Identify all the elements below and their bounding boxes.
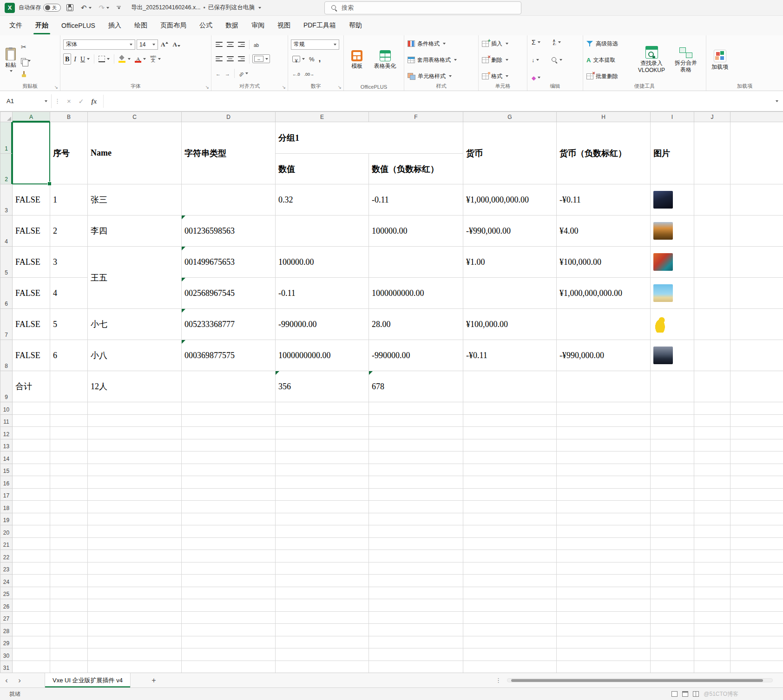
img-night-mountain[interactable]	[653, 191, 673, 209]
cell[interactable]	[651, 278, 694, 309]
cell[interactable]	[13, 599, 50, 612]
cell[interactable]	[730, 122, 783, 184]
cell[interactable]	[88, 624, 182, 636]
cell[interactable]	[50, 550, 88, 563]
cell[interactable]	[694, 562, 730, 575]
cell[interactable]	[276, 439, 369, 451]
clipboard-dialog-launcher[interactable]: ↘	[54, 85, 58, 90]
italic-button[interactable]	[72, 54, 78, 64]
cell[interactable]: 5	[50, 309, 88, 340]
cell[interactable]	[557, 525, 651, 538]
column-header-I[interactable]: I	[651, 112, 694, 122]
format-as-table-button[interactable]: 套用表格格式	[406, 53, 476, 66]
cell[interactable]: 000369877575	[182, 340, 276, 371]
cell[interactable]: 0.32	[276, 184, 369, 216]
cell[interactable]	[651, 648, 694, 661]
row-header-28[interactable]: 28	[0, 624, 13, 636]
cell[interactable]	[463, 451, 557, 464]
scrollbar-thumb[interactable]	[511, 679, 763, 682]
cell[interactable]: 2	[50, 216, 88, 247]
cell[interactable]	[694, 476, 730, 489]
row-header-8[interactable]: 8	[0, 340, 13, 371]
cell[interactable]: 678	[369, 371, 463, 402]
phonetic-guide-button[interactable]	[149, 54, 162, 64]
customize-quick-access-button[interactable]	[115, 5, 123, 11]
number-dialog-launcher[interactable]: ↘	[338, 85, 342, 90]
cell[interactable]: 100000.00	[369, 216, 463, 247]
tab-splitter-handle[interactable]: ⋮	[495, 673, 501, 687]
cell[interactable]	[276, 648, 369, 661]
column-header-B[interactable]: B	[50, 112, 88, 122]
cell[interactable]	[13, 575, 50, 587]
img-sea-dusk[interactable]	[653, 347, 673, 364]
cell[interactable]	[694, 371, 730, 402]
cell[interactable]	[88, 599, 182, 612]
cell[interactable]	[651, 371, 694, 402]
cell[interactable]: FALSE	[13, 340, 50, 371]
cell[interactable]	[651, 247, 694, 278]
cancel-button[interactable]: ×	[63, 97, 75, 105]
align-left-button[interactable]	[214, 55, 224, 62]
cell[interactable]	[651, 611, 694, 624]
search-box[interactable]: 搜索	[324, 1, 521, 14]
cell[interactable]	[13, 451, 50, 464]
cell[interactable]	[50, 624, 88, 636]
cell[interactable]: 1	[50, 184, 88, 216]
cell[interactable]: 1000000000.00	[276, 340, 369, 371]
cell[interactable]	[369, 414, 463, 427]
orientation-button[interactable]	[237, 68, 250, 79]
bold-button[interactable]	[63, 53, 71, 65]
row-header-20[interactable]: 20	[0, 525, 13, 538]
cell[interactable]: 356	[276, 371, 369, 402]
cell[interactable]	[369, 636, 463, 648]
cell[interactable]	[694, 501, 730, 513]
cell[interactable]	[276, 525, 369, 538]
find-select-button[interactable]	[550, 56, 564, 64]
cell[interactable]	[463, 278, 557, 309]
font-color-button[interactable]	[133, 54, 147, 64]
paste-button[interactable]: 粘贴	[2, 37, 20, 83]
column-header-C[interactable]: C	[88, 112, 182, 122]
delete-cells-button[interactable]: 删除	[480, 53, 525, 66]
row-header-23[interactable]: 23	[0, 562, 13, 575]
alignment-dialog-launcher[interactable]: ↘	[282, 85, 286, 90]
cell[interactable]	[276, 587, 369, 599]
cell[interactable]	[463, 550, 557, 563]
cell[interactable]	[730, 575, 783, 587]
tab-file[interactable]: 文件	[3, 16, 29, 35]
cell[interactable]	[88, 537, 182, 550]
cell[interactable]	[694, 122, 730, 184]
cell[interactable]	[13, 525, 50, 538]
cell[interactable]	[463, 513, 557, 525]
cell[interactable]	[730, 525, 783, 538]
row-header-2[interactable]: 2	[0, 154, 13, 184]
cut-button[interactable]	[20, 42, 32, 52]
cell[interactable]	[369, 537, 463, 550]
cell[interactable]	[651, 464, 694, 476]
cell[interactable]	[182, 537, 276, 550]
tab-draw[interactable]: 绘图	[128, 16, 154, 35]
align-center-button[interactable]	[225, 55, 235, 62]
cell[interactable]	[276, 513, 369, 525]
insert-function-button[interactable]	[88, 97, 101, 105]
cell[interactable]	[88, 550, 182, 563]
cell[interactable]	[88, 513, 182, 525]
cell[interactable]	[13, 648, 50, 661]
decrease-font-size-button[interactable]	[171, 40, 181, 49]
header-cell-numeric[interactable]: 数值	[276, 154, 369, 184]
font-family-select[interactable]: 宋体	[63, 39, 135, 50]
save-button[interactable]	[65, 3, 75, 12]
cell[interactable]	[88, 439, 182, 451]
cell[interactable]	[88, 661, 182, 673]
vlookup-button[interactable]: 查找录入 VLOOKUP	[634, 37, 669, 83]
cell[interactable]	[730, 550, 783, 563]
cell[interactable]	[651, 439, 694, 451]
cell[interactable]: ¥1.00	[463, 247, 557, 278]
row-header-12[interactable]: 12	[0, 427, 13, 439]
cell[interactable]	[276, 562, 369, 575]
cell[interactable]	[276, 611, 369, 624]
row-header-1[interactable]: 1	[0, 122, 13, 154]
cell[interactable]	[730, 216, 783, 247]
increase-decimal-button[interactable]	[291, 68, 302, 79]
cell[interactable]	[276, 501, 369, 513]
